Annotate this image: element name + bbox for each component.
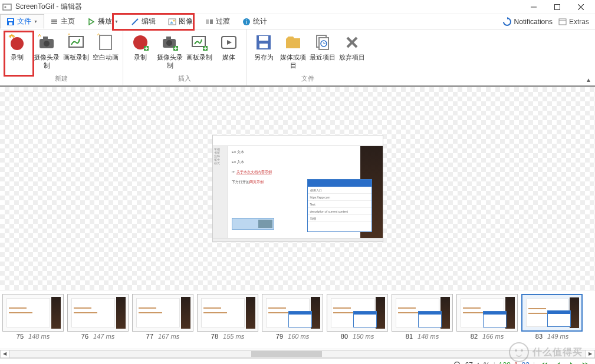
group-label: 新建: [2, 73, 120, 85]
maximize-button[interactable]: [545, 0, 569, 14]
nav-prev-button[interactable]: [553, 360, 563, 365]
svg-rect-48: [259, 44, 268, 48]
new-webcam-button[interactable]: 摄像头录制: [32, 31, 61, 73]
board-icon: [190, 33, 209, 52]
frame-duration: 148 ms: [28, 333, 50, 340]
frame-thumbnail[interactable]: [521, 294, 583, 332]
frame-thumbnail[interactable]: [132, 294, 193, 332]
frame-thumbnail[interactable]: [2, 294, 64, 332]
frame-item[interactable]: 82166 ms: [456, 294, 518, 349]
btn-label: 画板录制: [63, 53, 89, 61]
frame-duration: 167 ms: [158, 333, 179, 340]
minimize-button[interactable]: [522, 0, 545, 14]
frames-current: 83: [522, 361, 530, 365]
tab-label: 主页: [61, 16, 75, 27]
media-project-button[interactable]: 媒体或项目: [278, 31, 308, 73]
btn-label: 空白动画: [93, 53, 119, 61]
btn-label: 放弃项目: [339, 53, 365, 61]
insert-media-button[interactable]: 媒体: [214, 31, 244, 73]
frame-item[interactable]: 81148 ms: [392, 294, 453, 349]
image-icon: [168, 18, 176, 26]
svg-marker-12: [89, 19, 94, 25]
new-blank-button[interactable]: 空白动画: [91, 31, 120, 73]
zoom-stepper[interactable]: ▲▼: [476, 362, 480, 365]
nav-first-button[interactable]: [538, 360, 549, 365]
saveas-button[interactable]: 另存为: [249, 31, 278, 73]
btn-label: 录制: [11, 53, 24, 61]
svg-rect-3: [555, 4, 560, 9]
ribbon-collapse-button[interactable]: ▲: [586, 77, 591, 83]
frame-item[interactable]: 79160 ms: [262, 294, 323, 349]
frame-duration: 148 ms: [418, 333, 439, 340]
svg-marker-60: [556, 362, 560, 365]
app-icon: [2, 2, 12, 12]
tab-play[interactable]: 播放 ▼: [81, 14, 125, 29]
svg-point-1: [4, 6, 6, 8]
btn-label: 媒体: [222, 53, 235, 61]
extras-label: Extras: [569, 18, 589, 26]
scroll-right-button[interactable]: ▶: [586, 350, 595, 358]
svg-point-56: [454, 362, 459, 364]
tab-label: 图像: [179, 16, 193, 27]
titlebar: ScreenToGif - 编辑器: [0, 0, 595, 14]
svg-marker-45: [227, 40, 232, 45]
frame-thumbnail[interactable]: [327, 294, 388, 332]
frame-item[interactable]: 83149 ms: [521, 294, 583, 349]
refresh-icon: [502, 17, 512, 27]
new-record-button[interactable]: 录制: [2, 31, 32, 73]
svg-point-26: [44, 41, 50, 47]
frame-item[interactable]: 75148 ms: [2, 294, 64, 349]
new-board-button[interactable]: 画板录制: [61, 31, 91, 73]
frame-item[interactable]: 80150 ms: [327, 294, 388, 349]
recent-button[interactable]: 最近项目: [308, 31, 337, 73]
frame-item[interactable]: 77167 ms: [132, 294, 193, 349]
frame-thumbnail[interactable]: [456, 294, 518, 332]
tab-transition[interactable]: 过渡: [199, 14, 236, 29]
tab-edit[interactable]: 编辑: [125, 14, 162, 29]
svg-rect-10: [51, 21, 57, 22]
frame-item[interactable]: 78155 ms: [197, 294, 258, 349]
discard-button[interactable]: 放弃项目: [337, 31, 367, 73]
close-button[interactable]: [569, 0, 593, 14]
window-icon: [558, 18, 567, 26]
frame-scrollbar: ◀ ▶: [0, 349, 595, 358]
preview-area: 常规书签注释笔尖标尺 EX 文本 EX 入本 IT: 关于本次文档内容示例 下方…: [0, 87, 595, 290]
record-icon: [8, 33, 27, 52]
tab-stats[interactable]: i 统计: [236, 14, 274, 29]
svg-rect-22: [559, 19, 566, 25]
scroll-track[interactable]: [9, 350, 586, 358]
tab-home[interactable]: 主页: [44, 14, 81, 29]
record-icon: [131, 33, 150, 52]
nav-next-button[interactable]: [567, 360, 577, 365]
frame-thumbnail[interactable]: [262, 294, 323, 332]
frame-number: 75: [17, 333, 24, 340]
frame-thumbnail[interactable]: [197, 294, 258, 332]
ribbon-tabs: 文件 ▼ 主页 播放 ▼ 编辑 图像 过渡 i 统计 Notifications…: [0, 14, 595, 29]
tab-image[interactable]: 图像: [162, 14, 199, 29]
svg-marker-58: [541, 362, 544, 365]
frame-duration: 147 ms: [93, 333, 114, 340]
svg-marker-61: [570, 362, 574, 365]
extras-button[interactable]: Extras: [558, 18, 589, 26]
notifications-button[interactable]: Notifications: [502, 17, 553, 27]
board-icon: [67, 33, 86, 52]
zoom-icon: [453, 361, 462, 365]
insert-record-button[interactable]: 录制: [126, 31, 155, 73]
tab-label: 编辑: [142, 16, 156, 27]
frame-thumbnail[interactable]: [392, 294, 453, 332]
frame-item[interactable]: 76147 ms: [67, 294, 129, 349]
scroll-thumb[interactable]: [251, 351, 322, 357]
frame-number: 79: [276, 333, 283, 340]
btn-label: 另存为: [254, 53, 274, 61]
frame-thumbnail[interactable]: [67, 294, 129, 332]
tab-label: 文件: [17, 16, 31, 27]
window-title: ScreenToGif - 编辑器: [15, 2, 82, 12]
tab-file[interactable]: 文件 ▼: [0, 14, 44, 29]
scroll-left-button[interactable]: ◀: [0, 350, 9, 358]
tab-label: 统计: [253, 16, 267, 27]
insert-board-button[interactable]: 画板录制: [185, 31, 214, 73]
nav-last-button[interactable]: [581, 360, 591, 365]
insert-webcam-button[interactable]: 摄像头录制: [155, 31, 185, 73]
media-icon: [219, 33, 238, 52]
save-icon: [254, 33, 273, 52]
